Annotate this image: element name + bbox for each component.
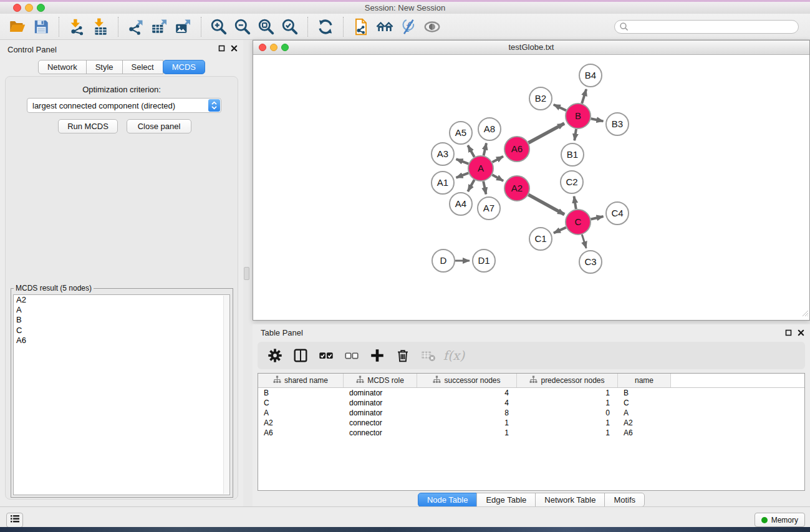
toggle-panel-layout-button[interactable] [291, 346, 310, 365]
result-item[interactable]: A2 [14, 295, 229, 305]
table-cell[interactable]: A2 [618, 418, 671, 427]
zoom-in-button[interactable] [207, 16, 231, 37]
table-cell[interactable]: 4 [417, 399, 517, 407]
close-panel-icon[interactable] [231, 45, 238, 52]
tab-edge-table[interactable]: Edge Table [476, 493, 536, 507]
graph-node-C3[interactable] [579, 251, 602, 273]
graph-node-A4[interactable] [450, 193, 472, 215]
delete-columns-button[interactable] [393, 346, 412, 365]
table-cell[interactable]: C [618, 399, 671, 407]
graph-node-B[interactable] [566, 104, 591, 128]
table-cell[interactable]: connector [344, 428, 417, 437]
column-header-predecessor-nodes[interactable]: predecessor nodes [517, 374, 618, 387]
result-item[interactable]: A [14, 305, 229, 315]
table-cell[interactable]: dominator [344, 389, 417, 397]
save-session-button[interactable] [29, 16, 53, 37]
result-item[interactable]: A6 [14, 336, 229, 346]
tab-mcds[interactable]: MCDS [163, 60, 205, 74]
table-cell[interactable]: A [258, 409, 344, 417]
zoom-out-button[interactable] [231, 16, 254, 37]
refresh-network-button[interactable] [314, 16, 337, 37]
table-cell[interactable]: C [258, 399, 344, 407]
graph-node-A3[interactable] [432, 143, 454, 165]
table-cell[interactable]: A [618, 409, 671, 417]
result-list-scrollbar[interactable] [223, 296, 229, 494]
graph-node-C4[interactable] [606, 202, 629, 225]
tab-select[interactable]: Select [122, 60, 163, 74]
graph-node-A[interactable] [468, 156, 493, 181]
graph-edge-B-B4[interactable] [582, 89, 586, 104]
float-panel-icon[interactable] [218, 45, 225, 52]
graph-edge-A-A5[interactable] [468, 145, 474, 157]
import-network-button[interactable] [65, 16, 89, 37]
show-panels-button[interactable] [6, 513, 23, 528]
graph-node-D[interactable] [432, 249, 455, 272]
mcds-result-list[interactable]: A2ABCA6 [13, 294, 230, 495]
graph-node-B2[interactable] [529, 87, 552, 110]
graph-edge-A-A4[interactable] [468, 180, 474, 191]
tab-style[interactable]: Style [86, 60, 123, 74]
tab-node-table[interactable]: Node Table [418, 493, 478, 507]
table-cell[interactable]: A6 [618, 428, 671, 437]
import-table-button[interactable] [89, 16, 112, 37]
memory-button[interactable]: Memory [755, 513, 805, 527]
graph-edge-C-C4[interactable] [591, 216, 603, 219]
panel-divider-grip[interactable] [244, 267, 249, 280]
tab-network[interactable]: Network [38, 60, 87, 74]
graph-node-B1[interactable] [561, 143, 584, 166]
zoom-fit-button[interactable] [254, 16, 278, 37]
table-cell[interactable]: dominator [344, 399, 417, 407]
graphics-details-button[interactable]: f [397, 16, 420, 37]
tab-motifs[interactable]: Motifs [604, 493, 645, 507]
table-cell[interactable]: 8 [417, 409, 517, 417]
table-row[interactable]: A6connector11A6 [258, 428, 804, 438]
table-cell[interactable]: B [258, 389, 344, 397]
float-table-panel-icon[interactable] [785, 329, 792, 336]
table-cell[interactable]: 4 [417, 389, 517, 397]
export-image-button[interactable] [171, 16, 195, 37]
graph-node-C[interactable] [566, 210, 591, 235]
result-item[interactable]: C [14, 326, 229, 336]
table-row[interactable]: Adominator80A [258, 408, 804, 418]
export-network-button[interactable] [124, 16, 148, 37]
graph-edge-A-A7[interactable] [483, 181, 486, 195]
search-input[interactable] [614, 20, 799, 34]
graph-node-A6[interactable] [504, 137, 529, 162]
birds-eye-view-button[interactable] [420, 16, 444, 37]
open-session-button[interactable] [6, 16, 29, 37]
graph-node-A7[interactable] [478, 197, 500, 220]
criterion-dropdown[interactable]: largest connected component (directed) [27, 98, 221, 113]
column-header-MCDS-role[interactable]: MCDS role [344, 374, 417, 387]
network-zoom-button[interactable] [281, 44, 289, 51]
graph-node-C2[interactable] [561, 171, 583, 193]
table-cell[interactable]: 0 [517, 409, 618, 417]
graph-edge-A-A2[interactable] [492, 175, 503, 181]
graph-node-B4[interactable] [579, 64, 602, 87]
close-table-panel-icon[interactable] [798, 329, 804, 336]
table-cell[interactable]: 1 [417, 428, 517, 437]
tab-network-table[interactable]: Network Table [535, 493, 605, 507]
home-button[interactable] [373, 16, 397, 37]
table-cell[interactable]: connector [344, 418, 417, 427]
graph-node-A8[interactable] [478, 118, 501, 140]
table-cell[interactable]: 1 [517, 389, 618, 397]
graph-node-D1[interactable] [473, 249, 495, 272]
result-item[interactable]: B [14, 315, 229, 325]
table-cell[interactable]: 1 [517, 418, 618, 427]
table-row[interactable]: Cdominator41C [258, 398, 804, 408]
export-table-button[interactable] [148, 16, 171, 37]
graph-edge-A-A8[interactable] [484, 143, 486, 155]
graph-edge-A-A3[interactable] [456, 159, 469, 163]
network-minimize-button[interactable] [270, 44, 277, 51]
table-cell[interactable]: A2 [258, 418, 344, 427]
table-row[interactable]: A2connector11A2 [258, 418, 804, 428]
graph-edge-A6-B[interactable] [528, 123, 564, 143]
graph-edge-B-B3[interactable] [591, 118, 604, 121]
column-header-name[interactable]: name [618, 374, 671, 387]
zoom-selected-button[interactable] [278, 16, 302, 37]
graph-edge-C-C1[interactable] [554, 228, 566, 233]
dropdown-stepper-icon[interactable] [208, 99, 220, 112]
network-from-document-button[interactable] [349, 16, 373, 37]
graph-edge-A-A6[interactable] [493, 157, 503, 162]
graph-edge-C-C3[interactable] [582, 235, 586, 248]
